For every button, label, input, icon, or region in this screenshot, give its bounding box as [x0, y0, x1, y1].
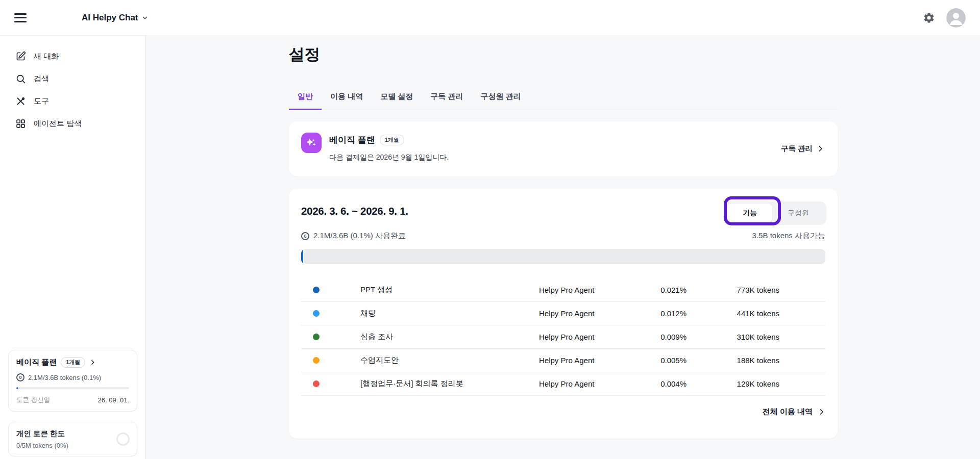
chevron-down-icon: [141, 14, 149, 21]
table-row: 채팅 Helpy Pro Agent 0.012% 441K tokens: [301, 302, 825, 325]
sidebar-bottom: 베이직 플랜 1개월 0 2.1M/3.6B tokens (0.1%) 토큰 …: [8, 350, 137, 459]
token-usage-text: 2.1M/3.6B tokens (0.1%): [28, 374, 101, 381]
progress-fill: [16, 387, 18, 389]
used-tokens-text: 2.1M/3.6B (0.1%) 사용완료: [313, 231, 406, 241]
plan-name: 베이직 플랜: [16, 358, 57, 367]
next-billing-text: 다음 결제일은 2026년 9월 1일입니다.: [329, 153, 449, 162]
plan-period-badge: 1개월: [61, 357, 85, 368]
top-bar: AI Helpy Chat: [0, 0, 980, 36]
sidebar-nav: 새 대화 검색 도구 에이전트 탐색: [0, 36, 145, 135]
tab-members[interactable]: 구성원 관리: [472, 86, 530, 110]
settings-gear-icon[interactable]: [923, 12, 935, 24]
grid-icon: [15, 118, 26, 129]
manage-subscription-link[interactable]: 구독 관리: [781, 144, 824, 154]
plan-summary-card: 베이직 플랜 1개월 다음 결제일은 2026년 9월 1일입니다. 구독 관리: [289, 121, 838, 176]
tab-subscription[interactable]: 구독 관리: [422, 86, 472, 110]
usage-view-toggle: 기능 구성원: [725, 201, 826, 225]
sidebar-plan-card[interactable]: 베이직 플랜 1개월 0 2.1M/3.6B tokens (0.1%) 토큰 …: [8, 350, 137, 412]
tab-general[interactable]: 일반: [289, 86, 322, 110]
limit-card-title: 개인 토큰 한도: [16, 429, 129, 439]
sidebar-item-label: 새 대화: [34, 52, 59, 61]
sidebar-item-agent-explore[interactable]: 에이전트 탐색: [0, 112, 145, 135]
token-coin-icon: 0: [16, 373, 24, 381]
limit-card-usage: 0/5M tokens (0%): [16, 442, 129, 449]
full-usage-history-link[interactable]: 전체 이용 내역: [763, 407, 825, 417]
token-usage-progressbar: [16, 387, 129, 389]
progress-ring-icon: [116, 432, 130, 446]
plan-sparkle-icon: [301, 133, 322, 153]
usage-progressbar: [301, 249, 825, 264]
sidebar-item-label: 도구: [34, 96, 49, 106]
settings-content: 설정 일반 이용 내역 모델 설정 구독 관리 구성원 관리 베이직 플랜 1개…: [289, 36, 838, 439]
series-dot-icon: [313, 357, 320, 364]
usage-card: 2026. 3. 6. ~ 2026. 9. 1. 기능 구성원 0 2.1M/…: [289, 189, 838, 439]
chevron-right-icon: [817, 145, 824, 152]
topbar-actions: [923, 8, 966, 28]
series-dot-icon: [313, 310, 320, 317]
user-avatar[interactable]: [946, 8, 966, 28]
sidebar-item-new-chat[interactable]: 새 대화: [0, 45, 145, 67]
table-row: 수업지도안 Helpy Pro Agent 0.005% 188K tokens: [301, 349, 825, 372]
series-dot-icon: [313, 334, 320, 340]
series-dot-icon: [313, 380, 320, 387]
plan-period-badge: 1개월: [380, 135, 404, 145]
tab-model-settings[interactable]: 모델 설정: [372, 86, 422, 110]
renewal-label: 토큰 갱신일: [16, 396, 50, 404]
table-row: 심층 조사 Helpy Pro Agent 0.009% 310K tokens: [301, 325, 825, 349]
compose-icon: [15, 51, 26, 62]
settings-tabs: 일반 이용 내역 모델 설정 구독 관리 구성원 관리: [289, 86, 838, 110]
tools-icon: [15, 96, 26, 107]
sidebar-item-tools[interactable]: 도구: [0, 90, 145, 112]
sidebar-item-search[interactable]: 검색: [0, 67, 145, 90]
chevron-right-icon: [89, 359, 96, 366]
series-dot-icon: [313, 287, 320, 293]
sidebar-item-label: 검색: [34, 74, 49, 84]
table-row: [행정업무·문서] 회의록 정리봇 Helpy Pro Agent 0.004%…: [301, 372, 825, 396]
toggle-member-button[interactable]: 구성원: [772, 203, 824, 223]
tab-usage-history[interactable]: 이용 내역: [322, 86, 372, 110]
sidebar: 새 대화 검색 도구 에이전트 탐색 베이직 플랜 1개월 0 2.1M/3.6…: [0, 36, 145, 459]
page-title: 설정: [289, 44, 838, 65]
renewal-date: 26. 09. 01.: [98, 396, 129, 404]
plan-title: 베이직 플랜: [329, 134, 375, 146]
token-coin-icon: 0: [301, 232, 309, 240]
progress-fill: [301, 249, 303, 264]
toggle-feature-button[interactable]: 기능: [727, 203, 772, 223]
table-row: PPT 생성 Helpy Pro Agent 0.021% 773K token…: [301, 278, 825, 302]
search-icon: [15, 73, 26, 84]
hamburger-menu-icon[interactable]: [14, 13, 27, 22]
usage-table: PPT 생성 Helpy Pro Agent 0.021% 773K token…: [301, 278, 825, 396]
app-title-dropdown[interactable]: AI Helpy Chat: [82, 13, 149, 23]
available-tokens-text: 3.5B tokens 사용가능: [752, 231, 825, 241]
main-area: 설정 일반 이용 내역 모델 설정 구독 관리 구성원 관리 베이직 플랜 1개…: [145, 36, 980, 459]
sidebar-item-label: 에이전트 탐색: [34, 119, 82, 129]
personal-token-limit-card[interactable]: 개인 토큰 한도 0/5M tokens (0%): [8, 422, 137, 456]
app-title: AI Helpy Chat: [82, 13, 138, 23]
chevron-right-icon: [818, 408, 825, 416]
